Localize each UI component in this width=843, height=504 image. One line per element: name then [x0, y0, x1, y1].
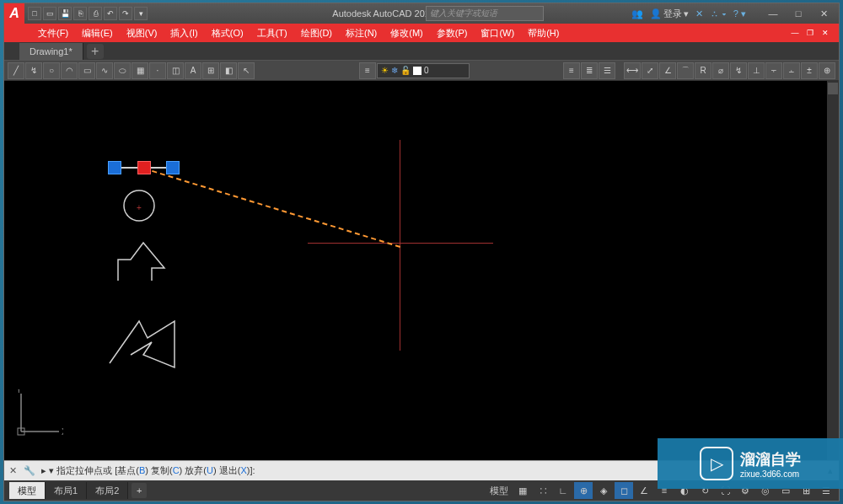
ucs-icon: X Y [13, 389, 63, 440]
prop2-icon[interactable]: ≣ [581, 62, 598, 79]
menu-param[interactable]: 参数(P) [430, 24, 475, 42]
layout-tab-1[interactable]: 布局1 [46, 482, 87, 499]
infocenter-search-icon[interactable]: 👥 [631, 8, 643, 19]
osnap-icon[interactable]: ◻ [615, 482, 633, 499]
ortho-icon[interactable]: ∟ [554, 482, 572, 499]
layer-dropdown[interactable]: ☀❄🔓 0 [377, 63, 470, 78]
dim-arc-icon[interactable]: ⌒ [677, 62, 694, 79]
grid-icon[interactable]: ▦ [513, 482, 532, 499]
svg-text:X: X [62, 427, 63, 437]
arc-icon[interactable]: ◠ [61, 62, 78, 79]
menu-modify[interactable]: 修改(M) [384, 24, 430, 42]
block-icon[interactable]: ◫ [167, 62, 184, 79]
maximize-button[interactable]: □ [787, 6, 810, 21]
dim-angular-icon[interactable]: ∠ [659, 62, 676, 79]
watermark: ▷ 溜溜自学 zixue.3d66.com [658, 438, 843, 489]
line-icon[interactable]: ╱ [8, 62, 24, 79]
layout-add-button[interactable]: + [132, 483, 147, 498]
dim-base-icon[interactable]: ⫟ [765, 62, 782, 79]
dim-linear-icon[interactable]: ⟷ [624, 62, 641, 79]
qat-new-icon[interactable]: □ [28, 7, 41, 20]
qat-undo-icon[interactable]: ↶ [104, 7, 117, 20]
drawing-canvas[interactable]: + X Y [4, 81, 839, 460]
dim-jog-icon[interactable]: ↯ [730, 62, 747, 79]
menu-tools[interactable]: 工具(T) [250, 24, 294, 42]
scrollbar-vertical[interactable] [827, 81, 839, 460]
dim-cont-icon[interactable]: ⫠ [783, 62, 800, 79]
layer-current: 0 [424, 66, 429, 75]
zigzag-shape[interactable] [105, 317, 190, 376]
qat-plot-icon[interactable]: ⎙ [89, 7, 102, 20]
doc-minimize-icon[interactable]: — [788, 27, 802, 39]
login-button[interactable]: 👤 登录 ▾ [650, 8, 689, 20]
qat-saveas-icon[interactable]: ⎘ [73, 7, 87, 20]
text-icon[interactable]: A [185, 62, 201, 79]
region-icon[interactable]: ◧ [220, 62, 237, 79]
layer-props-icon[interactable]: ≡ [359, 62, 376, 79]
circle-center-marker: + [137, 203, 142, 212]
a360-icon[interactable]: ⛬ ▾ [710, 8, 727, 19]
menu-help[interactable]: 帮助(H) [521, 24, 566, 42]
grip-mid[interactable] [137, 161, 151, 174]
search-input[interactable]: 键入关键字或短语 [426, 6, 544, 21]
menu-format[interactable]: 格式(O) [205, 24, 250, 42]
menu-window[interactable]: 窗口(W) [474, 24, 521, 42]
polar-icon[interactable]: ⊕ [574, 482, 593, 499]
status-model-label[interactable]: 模型 [486, 485, 512, 497]
exchange-icon[interactable]: ✕ [695, 8, 703, 19]
grip-end[interactable] [166, 161, 180, 174]
circle-icon[interactable]: ○ [43, 62, 60, 79]
doc-restore-icon[interactable]: ❐ [803, 27, 817, 39]
dim-center-icon[interactable]: ⊕ [819, 62, 835, 79]
qat-redo-icon[interactable]: ↷ [119, 7, 132, 20]
app-logo[interactable]: A [4, 3, 24, 24]
cursor-icon[interactable]: ↖ [238, 62, 255, 79]
snap-icon[interactable]: ⸬ [534, 482, 552, 499]
prop3-icon[interactable]: ☰ [599, 62, 615, 79]
ellipse-icon[interactable]: ⬭ [114, 62, 131, 79]
cmd-opt-base[interactable]: 基点(B) [117, 465, 148, 475]
rect-icon[interactable]: ▭ [78, 62, 95, 79]
menu-file[interactable]: 文件(F) [31, 24, 75, 42]
grip-start[interactable] [108, 161, 121, 174]
dim-diameter-icon[interactable]: ⌀ [712, 62, 729, 79]
document-tab[interactable]: Drawing1* [19, 43, 83, 60]
iso-icon[interactable]: ◈ [594, 482, 613, 499]
point-icon[interactable]: · [149, 62, 166, 79]
prop1-icon[interactable]: ≡ [563, 62, 580, 79]
add-tab-button[interactable]: + [87, 44, 104, 59]
menu-insert[interactable]: 插入(I) [164, 24, 204, 42]
table-icon[interactable]: ⊞ [202, 62, 219, 79]
minimize-button[interactable]: — [761, 6, 785, 21]
qat-save-icon[interactable]: 💾 [58, 7, 72, 20]
close-button[interactable]: ✕ [812, 6, 835, 21]
app-window: A □ ▭ 💾 ⎘ ⎙ ↶ ↷ ▾ Autodesk AutoCAD 2017 … [3, 3, 840, 501]
dim-tol-icon[interactable]: ± [801, 62, 818, 79]
titlebar: A □ ▭ 💾 ⎘ ⎙ ↶ ↷ ▾ Autodesk AutoCAD 2017 … [4, 3, 839, 24]
cmd-close-icon[interactable]: ✕ [4, 463, 21, 480]
help-icon[interactable]: ? ▾ [733, 8, 746, 19]
cmd-opt-copy[interactable]: 复制(C) [151, 465, 182, 475]
cmd-opt-exit[interactable]: 退出(X) [219, 465, 250, 475]
dim-ord-icon[interactable]: ⊥ [748, 62, 765, 79]
layout-tab-2[interactable]: 布局2 [87, 482, 128, 499]
menu-view[interactable]: 视图(V) [120, 24, 164, 42]
qat-open-icon[interactable]: ▭ [43, 7, 56, 20]
cmd-config-icon[interactable]: 🔧 [21, 463, 38, 480]
menu-edit[interactable]: 编辑(E) [75, 24, 120, 42]
polyline-icon[interactable]: ↯ [25, 62, 42, 79]
hatch-icon[interactable]: ▦ [132, 62, 148, 79]
cmd-opt-undo[interactable]: 放弃(U) [185, 465, 216, 475]
qat-more-icon[interactable]: ▾ [134, 7, 148, 20]
menubar: 文件(F) 编辑(E) 视图(V) 插入(I) 格式(O) 工具(T) 绘图(D… [4, 24, 839, 42]
dim-radius-icon[interactable]: R [695, 62, 711, 79]
menu-dim[interactable]: 标注(N) [339, 24, 384, 42]
watermark-brand: 溜溜自学 [740, 449, 801, 469]
layout-tab-model[interactable]: 模型 [9, 482, 46, 499]
arrow-shape[interactable] [114, 234, 173, 285]
menu-draw[interactable]: 绘图(D) [294, 24, 339, 42]
otrack-icon[interactable]: ∠ [635, 482, 653, 499]
dim-aligned-icon[interactable]: ⤢ [642, 62, 658, 79]
doc-close-icon[interactable]: ✕ [819, 27, 832, 39]
spline-icon[interactable]: ∿ [96, 62, 113, 79]
